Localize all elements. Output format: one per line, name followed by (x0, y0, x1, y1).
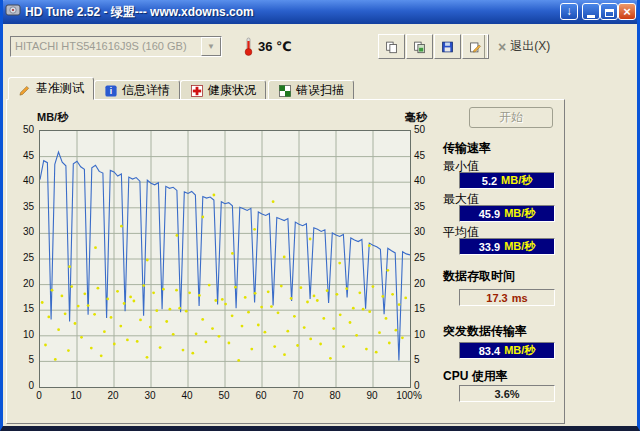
thermometer-icon (243, 37, 254, 60)
min-value: 5.2 (482, 175, 497, 187)
avg-value-box: 33.9 MB/秒 (459, 238, 555, 255)
tab-benchmark-label: 基准测试 (36, 80, 84, 97)
minimize-icon (587, 15, 595, 18)
y-tick-left: 40 (7, 175, 34, 186)
exit-button[interactable]: × 退出(X) (492, 36, 556, 57)
y-tick-right: 10 (414, 329, 444, 340)
max-unit: MB/秒 (504, 206, 535, 221)
app-icon (5, 2, 21, 22)
avg-unit: MB/秒 (504, 239, 535, 254)
info-icon: i (104, 84, 118, 98)
start-button[interactable]: 开始 (469, 107, 553, 128)
tab-error-scan-label: 错误扫描 (296, 82, 344, 99)
maximize-button[interactable] (600, 3, 618, 20)
x-tick: 70 (280, 390, 316, 401)
y-tick-right: 35 (414, 201, 444, 212)
cpu-usage-value: 3.6% (494, 388, 519, 400)
y-tick-right: 5 (414, 354, 444, 365)
exit-label: 退出(X) (510, 38, 550, 55)
y-tick-right: 20 (414, 278, 444, 289)
pencil-icon (18, 82, 32, 96)
download-button[interactable]: ↓ (560, 3, 578, 20)
tab-info[interactable]: i 信息详情 (94, 80, 180, 100)
cpu-usage-label: CPU 使用率 (443, 368, 508, 385)
toolbar-separator (484, 35, 488, 58)
x-tick: 20 (95, 390, 131, 401)
tab-health-label: 健康状况 (208, 82, 256, 99)
y-tick-right: 45 (414, 150, 444, 161)
burst-rate-value-box: 83.4 MB/秒 (459, 342, 555, 359)
close-icon: × (619, 5, 635, 19)
x-tick: 90 (354, 390, 390, 401)
copy-icon (385, 39, 398, 55)
svg-text:i: i (110, 86, 112, 96)
left-axis-title: MB/秒 (37, 110, 68, 125)
y-tick-right: 30 (414, 226, 444, 237)
y-tick-right: 40 (414, 175, 444, 186)
drive-select-value: HITACHI HTS541616J9S (160 GB) (11, 37, 201, 56)
x-tick: 30 (132, 390, 168, 401)
drive-select-arrow-icon[interactable]: ▼ (201, 37, 221, 56)
cpu-usage-value-box: 3.6% (459, 385, 555, 402)
exit-x-icon: × (498, 39, 506, 55)
save-button[interactable] (434, 34, 461, 59)
right-axis-title: 毫秒 (405, 110, 427, 125)
y-tick-left: 30 (7, 226, 34, 237)
access-time-value: 17.3 (486, 292, 507, 304)
y-tick-left: 20 (7, 278, 34, 289)
access-time-unit: ms (512, 292, 528, 304)
tab-error-scan[interactable]: 错误扫描 (268, 80, 354, 100)
x-tick: 60 (243, 390, 279, 401)
copy-button[interactable] (378, 34, 405, 59)
avg-value: 33.9 (479, 241, 500, 253)
x-tick: 80 (317, 390, 353, 401)
benchmark-chart (39, 130, 411, 388)
tab-health[interactable]: 健康状况 (180, 80, 266, 100)
window-title: HD Tune 2.52 - 绿盟--- www.xdowns.com (25, 4, 254, 21)
access-time-label: 数据存取时间 (443, 268, 515, 285)
access-time-value-box: 17.3 ms (459, 289, 555, 306)
y-tick-left: 25 (7, 252, 34, 263)
x-tick: 0 (21, 390, 57, 401)
y-tick-left: 50 (7, 124, 34, 135)
y-tick-left: 5 (7, 354, 34, 365)
x-tick: 100% (391, 390, 427, 401)
drive-select[interactable]: HITACHI HTS541616J9S (160 GB) ▼ (10, 36, 222, 57)
app-window: HD Tune 2.52 - 绿盟--- www.xdowns.com ↓ × … (0, 0, 640, 431)
transfer-rate-title: 传输速率 (443, 140, 491, 157)
y-tick-right: 25 (414, 252, 444, 263)
benchmark-tab-page: MB/秒 毫秒 50454035302520151050 50454035302… (6, 99, 565, 424)
save-icon (441, 39, 454, 55)
scan-grid-icon (278, 84, 292, 98)
tab-benchmark[interactable]: 基准测试 (8, 77, 94, 100)
max-value-box: 45.9 MB/秒 (459, 205, 555, 222)
pencil-page-icon (469, 39, 482, 55)
y-tick-right: 15 (414, 303, 444, 314)
close-button[interactable]: × (618, 3, 636, 20)
minimize-button[interactable] (582, 3, 600, 20)
tab-info-label: 信息详情 (122, 82, 170, 99)
copy-image-button[interactable] (406, 34, 433, 59)
y-tick-left: 45 (7, 150, 34, 161)
download-arrow-icon: ↓ (561, 4, 577, 19)
health-cross-icon (190, 84, 204, 98)
x-tick: 40 (169, 390, 205, 401)
x-tick: 50 (206, 390, 242, 401)
burst-rate-value: 83.4 (479, 345, 500, 357)
maximize-icon (605, 9, 614, 17)
y-tick-left: 35 (7, 201, 34, 212)
min-value-box: 5.2 MB/秒 (459, 172, 555, 189)
min-unit: MB/秒 (501, 173, 532, 188)
y-tick-left: 10 (7, 329, 34, 340)
burst-rate-unit: MB/秒 (504, 343, 535, 358)
copy-image-icon (413, 39, 426, 55)
title-bar: HD Tune 2.52 - 绿盟--- www.xdowns.com ↓ × (0, 0, 640, 24)
max-value: 45.9 (479, 208, 500, 220)
x-tick: 10 (58, 390, 94, 401)
burst-rate-label: 突发数据传输率 (443, 323, 527, 340)
temperature-value: 36 ℃ (258, 39, 292, 54)
y-tick-left: 15 (7, 303, 34, 314)
y-tick-right: 50 (414, 124, 444, 135)
